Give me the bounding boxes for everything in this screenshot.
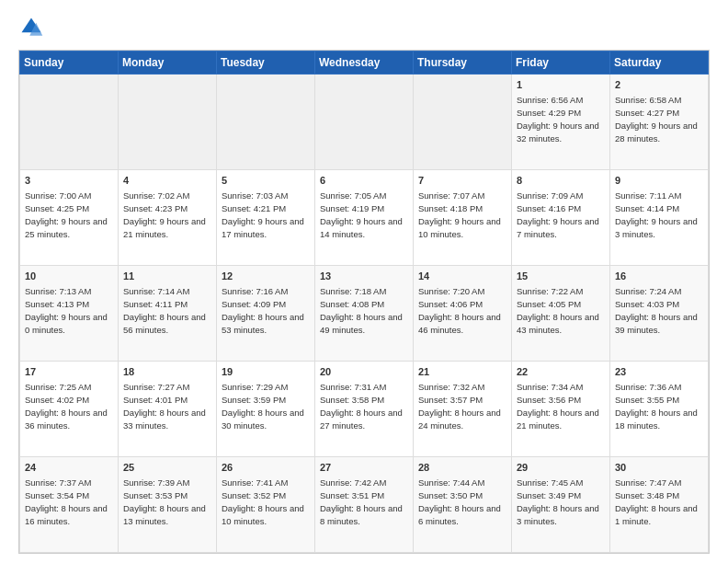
day-cell: 6Sunrise: 7:05 AM Sunset: 4:19 PM Daylig… bbox=[315, 170, 414, 266]
day-number: 17 bbox=[25, 365, 113, 379]
day-number: 12 bbox=[222, 270, 310, 283]
day-number: 13 bbox=[320, 270, 408, 283]
day-number: 9 bbox=[615, 174, 703, 188]
weekday-header-monday: Monday bbox=[119, 52, 217, 75]
day-number: 23 bbox=[615, 365, 703, 379]
day-cell: 9Sunrise: 7:11 AM Sunset: 4:14 PM Daylig… bbox=[610, 170, 709, 266]
weekday-header-sunday: Sunday bbox=[20, 52, 119, 75]
day-cell: 22Sunrise: 7:34 AM Sunset: 3:56 PM Dayli… bbox=[512, 362, 610, 457]
page: SundayMondayTuesdayWednesdayThursdayFrid… bbox=[0, 0, 728, 563]
weekday-header-friday: Friday bbox=[512, 52, 610, 75]
day-info: Sunrise: 7:22 AM Sunset: 4:05 PM Dayligh… bbox=[517, 285, 605, 336]
day-number: 26 bbox=[222, 461, 310, 475]
day-info: Sunrise: 7:39 AM Sunset: 3:53 PM Dayligh… bbox=[123, 477, 211, 527]
day-info: Sunrise: 7:31 AM Sunset: 3:58 PM Dayligh… bbox=[320, 381, 408, 431]
day-info: Sunrise: 7:16 AM Sunset: 4:09 PM Dayligh… bbox=[222, 285, 310, 336]
day-number: 21 bbox=[418, 365, 506, 379]
day-cell: 18Sunrise: 7:27 AM Sunset: 4:01 PM Dayli… bbox=[119, 362, 217, 457]
day-info: Sunrise: 7:41 AM Sunset: 3:52 PM Dayligh… bbox=[222, 477, 310, 527]
day-cell: 11Sunrise: 7:14 AM Sunset: 4:11 PM Dayli… bbox=[119, 266, 217, 362]
week-row-5: 24Sunrise: 7:37 AM Sunset: 3:54 PM Dayli… bbox=[20, 457, 709, 553]
day-info: Sunrise: 7:27 AM Sunset: 4:01 PM Dayligh… bbox=[123, 381, 211, 431]
day-number: 1 bbox=[517, 78, 605, 92]
day-cell: 27Sunrise: 7:42 AM Sunset: 3:51 PM Dayli… bbox=[315, 457, 414, 553]
day-info: Sunrise: 7:03 AM Sunset: 4:21 PM Dayligh… bbox=[222, 190, 310, 240]
day-cell: 4Sunrise: 7:02 AM Sunset: 4:23 PM Daylig… bbox=[119, 170, 217, 266]
day-info: Sunrise: 7:29 AM Sunset: 3:59 PM Dayligh… bbox=[222, 381, 310, 431]
day-cell: 28Sunrise: 7:44 AM Sunset: 3:50 PM Dayli… bbox=[414, 457, 512, 553]
day-cell bbox=[315, 75, 414, 170]
day-number: 2 bbox=[615, 78, 703, 92]
day-info: Sunrise: 7:20 AM Sunset: 4:06 PM Dayligh… bbox=[418, 285, 506, 336]
day-number: 29 bbox=[517, 461, 605, 475]
day-cell: 21Sunrise: 7:32 AM Sunset: 3:57 PM Dayli… bbox=[414, 362, 512, 457]
logo bbox=[18, 15, 48, 40]
day-number: 3 bbox=[25, 174, 113, 188]
day-cell: 12Sunrise: 7:16 AM Sunset: 4:09 PM Dayli… bbox=[217, 266, 315, 362]
day-number: 8 bbox=[517, 174, 605, 188]
week-row-3: 10Sunrise: 7:13 AM Sunset: 4:13 PM Dayli… bbox=[20, 266, 709, 362]
day-info: Sunrise: 7:11 AM Sunset: 4:14 PM Dayligh… bbox=[615, 190, 703, 240]
day-number: 16 bbox=[615, 270, 703, 283]
day-info: Sunrise: 7:34 AM Sunset: 3:56 PM Dayligh… bbox=[517, 381, 605, 431]
weekday-header-thursday: Thursday bbox=[414, 52, 512, 75]
day-cell: 25Sunrise: 7:39 AM Sunset: 3:53 PM Dayli… bbox=[119, 457, 217, 553]
day-number: 4 bbox=[123, 174, 211, 188]
day-cell bbox=[217, 75, 315, 170]
day-info: Sunrise: 7:25 AM Sunset: 4:02 PM Dayligh… bbox=[25, 381, 113, 431]
day-cell: 26Sunrise: 7:41 AM Sunset: 3:52 PM Dayli… bbox=[217, 457, 315, 553]
day-info: Sunrise: 7:14 AM Sunset: 4:11 PM Dayligh… bbox=[123, 285, 211, 336]
week-row-2: 3Sunrise: 7:00 AM Sunset: 4:25 PM Daylig… bbox=[20, 170, 709, 266]
logo-icon bbox=[18, 15, 44, 40]
day-info: Sunrise: 7:07 AM Sunset: 4:18 PM Dayligh… bbox=[418, 190, 506, 240]
day-info: Sunrise: 6:56 AM Sunset: 4:29 PM Dayligh… bbox=[517, 94, 605, 144]
day-info: Sunrise: 7:45 AM Sunset: 3:49 PM Dayligh… bbox=[517, 477, 605, 527]
day-cell: 19Sunrise: 7:29 AM Sunset: 3:59 PM Dayli… bbox=[217, 362, 315, 457]
day-info: Sunrise: 7:13 AM Sunset: 4:13 PM Dayligh… bbox=[25, 285, 113, 336]
header bbox=[18, 15, 710, 40]
day-cell: 13Sunrise: 7:18 AM Sunset: 4:08 PM Dayli… bbox=[315, 266, 414, 362]
day-cell: 24Sunrise: 7:37 AM Sunset: 3:54 PM Dayli… bbox=[20, 457, 119, 553]
day-info: Sunrise: 7:24 AM Sunset: 4:03 PM Dayligh… bbox=[615, 285, 703, 336]
weekday-header-row: SundayMondayTuesdayWednesdayThursdayFrid… bbox=[20, 52, 709, 75]
day-cell bbox=[20, 75, 119, 170]
day-number: 27 bbox=[320, 461, 408, 475]
week-row-1: 1Sunrise: 6:56 AM Sunset: 4:29 PM Daylig… bbox=[20, 75, 709, 170]
day-cell: 10Sunrise: 7:13 AM Sunset: 4:13 PM Dayli… bbox=[20, 266, 119, 362]
weekday-header-tuesday: Tuesday bbox=[217, 52, 315, 75]
day-number: 7 bbox=[418, 174, 506, 188]
day-info: Sunrise: 7:36 AM Sunset: 3:55 PM Dayligh… bbox=[615, 381, 703, 431]
day-cell: 7Sunrise: 7:07 AM Sunset: 4:18 PM Daylig… bbox=[414, 170, 512, 266]
day-cell: 29Sunrise: 7:45 AM Sunset: 3:49 PM Dayli… bbox=[512, 457, 610, 553]
day-cell: 30Sunrise: 7:47 AM Sunset: 3:48 PM Dayli… bbox=[610, 457, 709, 553]
day-number: 11 bbox=[123, 270, 211, 283]
calendar: SundayMondayTuesdayWednesdayThursdayFrid… bbox=[18, 50, 710, 554]
day-cell bbox=[119, 75, 217, 170]
day-cell: 8Sunrise: 7:09 AM Sunset: 4:16 PM Daylig… bbox=[512, 170, 610, 266]
day-info: Sunrise: 7:47 AM Sunset: 3:48 PM Dayligh… bbox=[615, 477, 703, 527]
day-cell: 17Sunrise: 7:25 AM Sunset: 4:02 PM Dayli… bbox=[20, 362, 119, 457]
day-info: Sunrise: 6:58 AM Sunset: 4:27 PM Dayligh… bbox=[615, 94, 703, 144]
day-info: Sunrise: 7:02 AM Sunset: 4:23 PM Dayligh… bbox=[123, 190, 211, 240]
day-cell: 15Sunrise: 7:22 AM Sunset: 4:05 PM Dayli… bbox=[512, 266, 610, 362]
day-cell: 14Sunrise: 7:20 AM Sunset: 4:06 PM Dayli… bbox=[414, 266, 512, 362]
day-cell: 3Sunrise: 7:00 AM Sunset: 4:25 PM Daylig… bbox=[20, 170, 119, 266]
day-cell: 5Sunrise: 7:03 AM Sunset: 4:21 PM Daylig… bbox=[217, 170, 315, 266]
day-number: 22 bbox=[517, 365, 605, 379]
day-cell: 20Sunrise: 7:31 AM Sunset: 3:58 PM Dayli… bbox=[315, 362, 414, 457]
day-number: 15 bbox=[517, 270, 605, 283]
day-info: Sunrise: 7:42 AM Sunset: 3:51 PM Dayligh… bbox=[320, 477, 408, 527]
day-number: 20 bbox=[320, 365, 408, 379]
day-info: Sunrise: 7:09 AM Sunset: 4:16 PM Dayligh… bbox=[517, 190, 605, 240]
day-info: Sunrise: 7:37 AM Sunset: 3:54 PM Dayligh… bbox=[25, 477, 113, 527]
day-number: 28 bbox=[418, 461, 506, 475]
day-cell: 2Sunrise: 6:58 AM Sunset: 4:27 PM Daylig… bbox=[610, 75, 709, 170]
week-row-4: 17Sunrise: 7:25 AM Sunset: 4:02 PM Dayli… bbox=[20, 362, 709, 457]
day-cell: 1Sunrise: 6:56 AM Sunset: 4:29 PM Daylig… bbox=[512, 75, 610, 170]
day-info: Sunrise: 7:05 AM Sunset: 4:19 PM Dayligh… bbox=[320, 190, 408, 240]
day-number: 5 bbox=[222, 174, 310, 188]
day-number: 19 bbox=[222, 365, 310, 379]
day-number: 14 bbox=[418, 270, 506, 283]
day-info: Sunrise: 7:00 AM Sunset: 4:25 PM Dayligh… bbox=[25, 190, 113, 240]
day-info: Sunrise: 7:44 AM Sunset: 3:50 PM Dayligh… bbox=[418, 477, 506, 527]
